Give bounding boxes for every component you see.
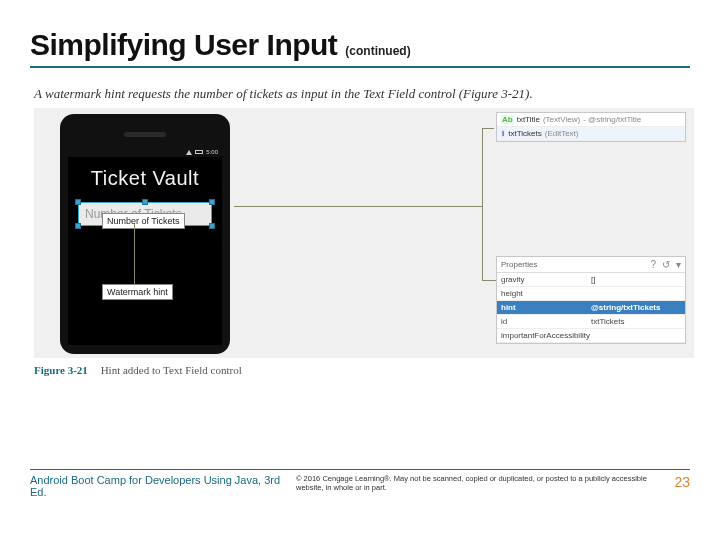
prop-row-important[interactable]: importantForAccessibility [497, 329, 685, 343]
book-title: Android Boot Camp for Developers Using J… [30, 474, 290, 498]
undo-icon[interactable]: ↺ [662, 259, 670, 270]
phone-screen: 5:00 Ticket Vault Number of Tickets [68, 145, 222, 345]
connector-line [234, 206, 482, 207]
battery-icon [195, 150, 203, 154]
tree-item-ref: - @string/txtTitle [583, 115, 641, 124]
resize-handle [209, 223, 215, 229]
title-row: Simplifying User Input (continued) [30, 28, 690, 68]
prop-key: importantForAccessibility [501, 331, 591, 340]
prop-row-gravity[interactable]: gravity [] [497, 273, 685, 287]
properties-header: Properties ? ↺ ▾ [497, 257, 685, 273]
tree-row-txttickets[interactable]: I txtTickets (EditText) [497, 127, 685, 141]
copyright-text: © 2016 Cengage Learning®. May not be sca… [290, 474, 660, 492]
prop-key: hint [501, 303, 591, 312]
resize-handle [75, 199, 81, 205]
resize-handle [75, 223, 81, 229]
properties-label: Properties [501, 260, 537, 269]
textview-icon: Ab [501, 115, 514, 124]
prop-val: [] [591, 275, 681, 284]
connector-line [482, 128, 483, 280]
status-time: 5:00 [206, 149, 218, 155]
resize-handle [142, 199, 148, 205]
prop-row-id[interactable]: id txtTickets [497, 315, 685, 329]
page-title: Simplifying User Input [30, 28, 337, 62]
prop-row-hint[interactable]: hint @string/txtTickets [497, 301, 685, 315]
page-number: 23 [660, 474, 690, 490]
connector-line [482, 128, 494, 129]
edittext-icon: I [501, 129, 505, 138]
properties-panel: Properties ? ↺ ▾ gravity [] height hint … [496, 256, 686, 344]
connector-line [482, 280, 496, 281]
app-title: Ticket Vault [68, 157, 222, 202]
callout-number-of-tickets: Number of Tickets [102, 213, 185, 229]
figure-area: 5:00 Ticket Vault Number of Tickets Numb… [34, 108, 694, 358]
prop-val [591, 289, 681, 298]
figure-caption: Figure 3-21 Hint added to Text Field con… [34, 364, 690, 376]
footer: Android Boot Camp for Developers Using J… [30, 469, 690, 498]
signal-icon [186, 150, 192, 155]
prop-val: @string/txtTickets [591, 303, 681, 312]
continued-label: (continued) [345, 44, 410, 58]
filter-icon[interactable]: ▾ [676, 259, 681, 270]
component-tree-panel: Ab txtTitle (TextView) - @string/txtTitl… [496, 112, 686, 142]
phone-mockup: 5:00 Ticket Vault Number of Tickets [60, 114, 230, 354]
connector-line [134, 224, 135, 284]
prop-row-height[interactable]: height [497, 287, 685, 301]
phone-speaker [124, 132, 166, 137]
prop-val: txtTickets [591, 317, 681, 326]
figure-number: Figure 3-21 [34, 364, 88, 376]
prop-key: gravity [501, 275, 591, 284]
prop-val [591, 331, 681, 340]
resize-handle [209, 199, 215, 205]
watermark-caption: A watermark hint requests the number of … [34, 86, 690, 102]
callout-watermark-hint: Watermark hint [102, 284, 173, 300]
tree-item-name: txtTickets [508, 129, 541, 138]
prop-key: height [501, 289, 591, 298]
tree-row-txttitle[interactable]: Ab txtTitle (TextView) - @string/txtTitl… [497, 113, 685, 127]
tree-item-type: (TextView) [543, 115, 580, 124]
tree-item-name: txtTitle [517, 115, 540, 124]
status-bar: 5:00 [68, 145, 222, 157]
tree-item-type: (EditText) [545, 129, 579, 138]
help-icon[interactable]: ? [650, 259, 656, 270]
prop-key: id [501, 317, 591, 326]
figure-desc: Hint added to Text Field control [101, 364, 242, 376]
